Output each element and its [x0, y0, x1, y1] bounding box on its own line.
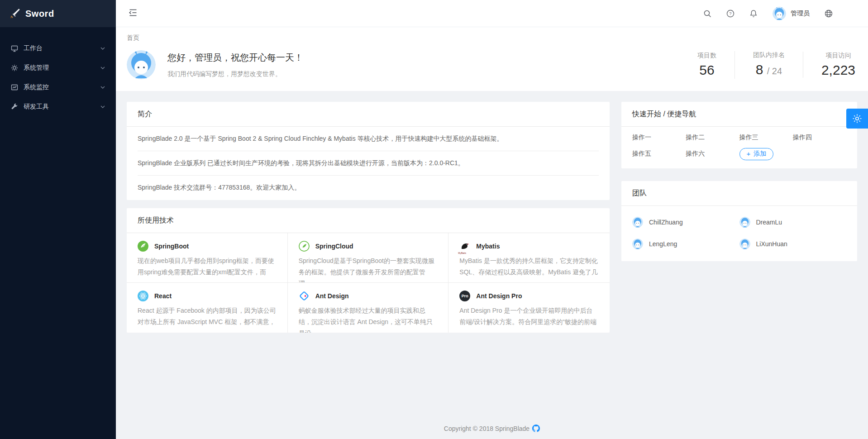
user-menu[interactable]: 管理员	[773, 7, 810, 20]
sword-icon	[9, 8, 21, 19]
tech-name: Mybatis	[476, 243, 500, 250]
breadcrumb-item-home[interactable]: 首页	[127, 34, 139, 41]
intro-paragraph: SpringBlade 企业版系列 已通过长时间生产环境的考验，现将其拆分出基础…	[138, 151, 599, 176]
stat-value: 8 / 24	[753, 62, 785, 79]
quick-link-3[interactable]: 操作三	[739, 131, 793, 144]
team-members: ChillZhuang DreamLu LengLe	[621, 206, 857, 261]
logo[interactable]: Sword	[0, 0, 116, 27]
tech-desc: 蚂蚁金服体验技术部经过大量的项目实践和总结，沉淀出设计语言 Ant Design…	[299, 305, 438, 333]
springboot-icon	[138, 241, 148, 252]
team-member-dreamlu[interactable]: DreamLu	[739, 213, 847, 231]
member-name: LiXunHuan	[756, 240, 787, 248]
tech-cell-antdesignpro: Pro Ant Design Pro Ant Design Pro 是一个企业级…	[448, 283, 610, 333]
chevron-down-icon	[100, 105, 105, 109]
bell-icon[interactable]	[749, 10, 758, 18]
breadcrumb: 首页	[127, 34, 857, 42]
copyright-text: Copyright © 2018 SpringBlade	[444, 425, 529, 432]
quick-link-2[interactable]: 操作二	[686, 131, 739, 144]
team-member-chillzhuang[interactable]: ChillZhuang	[632, 213, 739, 231]
team-member-lixunhuan[interactable]: LiXunHuan	[739, 235, 847, 253]
avatar	[773, 7, 786, 20]
main-area: ?	[116, 0, 868, 439]
avatar	[632, 239, 643, 249]
settings-float-button[interactable]	[846, 109, 868, 129]
tech-name: Ant Design	[315, 292, 349, 300]
card-title: 简介	[138, 110, 152, 119]
avatar	[739, 217, 750, 228]
github-icon[interactable]	[532, 425, 540, 432]
ant-design-icon	[299, 291, 310, 301]
react-icon	[138, 291, 148, 301]
sidebar-item-system-management[interactable]: 系统管理	[0, 59, 116, 77]
menu-fold-icon	[129, 9, 138, 18]
tech-grid: SpringBoot 现在的web项目几乎都会用到spring框架，而要使用sp…	[127, 233, 610, 333]
add-button[interactable]: 添加	[739, 148, 774, 160]
avatar	[739, 239, 750, 249]
stat-team-rank: 团队内排名 8 / 24	[734, 51, 803, 79]
stat-visits: 项目访问 2,223	[803, 52, 857, 78]
tech-name: Ant Design Pro	[476, 292, 522, 300]
sidebar-item-system-monitor[interactable]: 系统监控	[0, 78, 116, 96]
chevron-down-icon	[100, 86, 105, 89]
quick-link-4[interactable]: 操作四	[793, 131, 846, 144]
tech-cell-springboot: SpringBoot 现在的web项目几乎都会用到spring框架，而要使用sp…	[127, 233, 288, 283]
card-header: 团队	[621, 181, 857, 206]
monitor-chart-icon	[11, 84, 18, 91]
welcome-texts: 您好，管理员，祝您开心每一天！ 我们用代码编写梦想，用梦想改变世界。	[167, 52, 303, 78]
card-title: 团队	[632, 189, 647, 198]
intro-card: 简介 SpringBlade 2.0 是一个基于 Spring Boot 2 &…	[127, 102, 610, 200]
card-title: 快速开始 / 便捷导航	[632, 110, 696, 119]
app-root: Sword 工作台	[0, 0, 868, 439]
quick-link-5[interactable]: 操作五	[632, 148, 686, 160]
quick-links: 操作一 操作二 操作三 操作四 操作五 操作六 添加	[621, 127, 857, 168]
stats: 项目数 56 团队内排名 8 / 24 项目访问 2,223	[679, 51, 857, 79]
sidebar-item-workbench[interactable]: 工作台	[0, 39, 116, 57]
page-title: 您好，管理员，祝您开心每一天！	[167, 52, 303, 64]
desktop-icon	[11, 45, 18, 52]
tech-desc: React 起源于 Facebook 的内部项目，因为该公司对市场上所有 Jav…	[138, 305, 277, 328]
stat-suffix: / 24	[767, 66, 782, 76]
content: 简介 SpringBlade 2.0 是一个基于 Spring Boot 2 &…	[116, 91, 868, 439]
search-icon[interactable]	[703, 10, 711, 18]
avatar	[632, 217, 643, 228]
mybatis-icon: MyBatis	[459, 241, 470, 252]
app-title: Sword	[25, 9, 54, 19]
sidebar-item-dev-tools[interactable]: 研发工具	[0, 98, 116, 116]
intro-paragraph: SpringBlade 2.0 是一个基于 Spring Boot 2 & Sp…	[138, 127, 599, 151]
page-subtitle: 我们用代码编写梦想，用梦想改变世界。	[167, 70, 303, 78]
question-circle-icon[interactable]: ?	[726, 10, 734, 18]
team-member-lengleng[interactable]: LengLeng	[632, 235, 739, 253]
card-title: 所使用技术	[138, 216, 174, 225]
right-column: 快速开始 / 便捷导航 操作一 操作二 操作三 操作四 操作五 操作六 添加	[621, 102, 857, 261]
globe-icon[interactable]	[825, 10, 833, 18]
stat-value: 2,223	[821, 62, 855, 78]
card-header: 快速开始 / 便捷导航	[621, 102, 857, 127]
tech-cell-mybatis: MyBatis Mybatis MyBatis 是一款优秀的持久层框架，它支持定…	[448, 233, 610, 283]
member-name: DreamLu	[756, 219, 782, 226]
tech-card: 所使用技术	[127, 208, 610, 333]
stat-label: 团队内排名	[753, 51, 785, 59]
user-name: 管理员	[791, 10, 810, 18]
quick-link-1[interactable]: 操作一	[632, 131, 686, 144]
tech-name: React	[154, 292, 172, 300]
menu-fold-button[interactable]	[127, 7, 139, 20]
sidebar-menu: 工作台 系统管理	[0, 27, 116, 117]
gear-icon	[11, 64, 18, 72]
settings-gear-icon	[852, 114, 862, 124]
springcloud-icon	[299, 241, 310, 252]
member-name: ChillZhuang	[649, 219, 683, 226]
card-header: 简介	[127, 102, 610, 127]
quick-start-card: 快速开始 / 便捷导航 操作一 操作二 操作三 操作四 操作五 操作六 添加	[621, 102, 857, 168]
chevron-down-icon	[100, 47, 105, 50]
sidebar: Sword 工作台	[0, 0, 116, 439]
quick-link-6[interactable]: 操作六	[686, 148, 739, 160]
stat-projects: 项目数 56	[679, 52, 734, 78]
stat-label: 项目数	[697, 52, 716, 60]
tech-desc: 现在的web项目几乎都会用到spring框架，而要使用spring难免需要配置大…	[138, 255, 277, 278]
sidebar-item-label: 研发工具	[24, 103, 95, 111]
add-button-label: 添加	[754, 150, 766, 158]
card-header: 所使用技术	[127, 208, 610, 233]
tech-cell-react: React React 起源于 Facebook 的内部项目，因为该公司对市场上…	[127, 283, 288, 333]
mybatis-caption: MyBatis	[458, 252, 466, 254]
tech-name: SpringBoot	[154, 243, 189, 250]
